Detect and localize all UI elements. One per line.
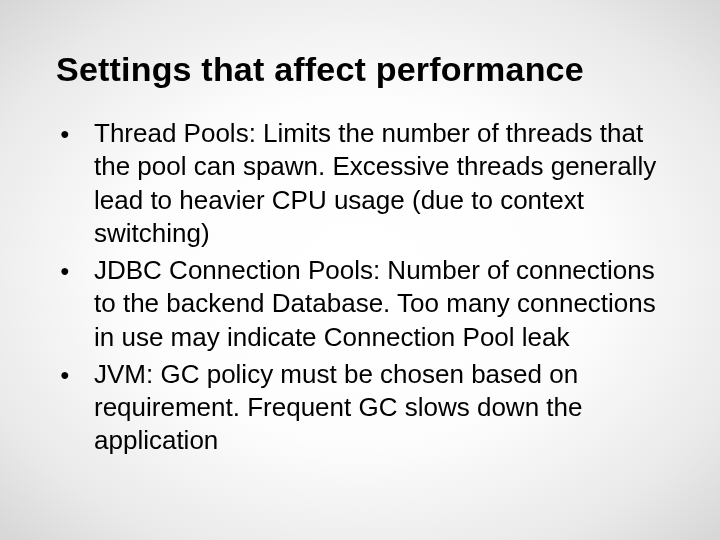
bullet-list: Thread Pools: Limits the number of threa… — [50, 117, 680, 458]
slide-title: Settings that affect performance — [56, 50, 680, 89]
list-item: JVM: GC policy must be chosen based on r… — [50, 358, 670, 458]
list-item: Thread Pools: Limits the number of threa… — [50, 117, 670, 250]
slide: Settings that affect performance Thread … — [0, 0, 720, 540]
list-item: JDBC Connection Pools: Number of connect… — [50, 254, 670, 354]
